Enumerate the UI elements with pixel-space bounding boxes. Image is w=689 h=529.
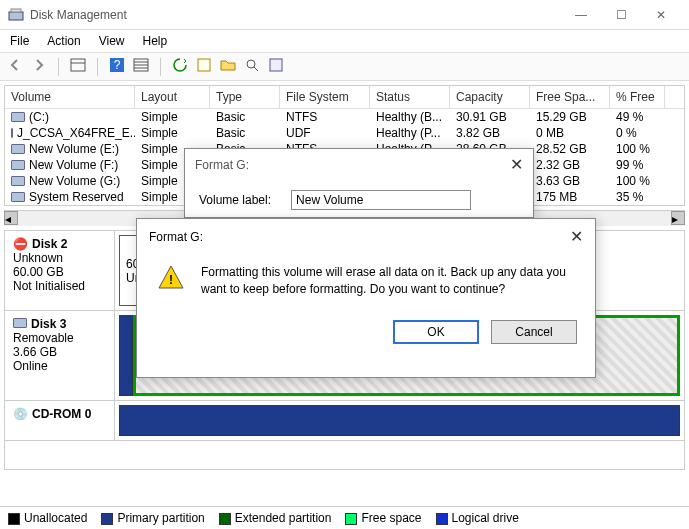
dialog-title: Format G: <box>149 230 203 244</box>
properties-icon[interactable] <box>195 56 213 77</box>
col-status[interactable]: Status <box>370 86 450 108</box>
partition-header[interactable] <box>119 315 133 396</box>
menu-file[interactable]: File <box>10 34 29 48</box>
ok-button[interactable]: OK <box>393 320 479 344</box>
svg-rect-1 <box>11 9 21 12</box>
disk-info: ⛔Disk 2 Unknown 60.00 GB Not Initialised <box>5 231 115 310</box>
disk-icon <box>13 317 27 331</box>
panel-icon[interactable] <box>69 56 87 77</box>
volume-label-text: Volume label: <box>199 193 271 207</box>
cd-icon: 💿 <box>13 407 28 421</box>
drive-icon <box>11 160 25 170</box>
partition[interactable] <box>119 405 680 436</box>
table-row[interactable]: J_CCSA_X64FRE_E...SimpleBasicUDFHealthy … <box>5 125 684 141</box>
scroll-left-icon[interactable]: ◂ <box>4 211 18 225</box>
dialog-message: Formatting this volume will erase all da… <box>201 264 575 298</box>
volume-label-input[interactable] <box>291 190 471 210</box>
col-type[interactable]: Type <box>210 86 280 108</box>
maximize-button[interactable]: ☐ <box>601 1 641 29</box>
help-icon[interactable]: ? <box>108 56 126 77</box>
close-icon[interactable]: ✕ <box>510 155 523 174</box>
error-icon: ⛔ <box>13 237 28 251</box>
drive-icon <box>11 128 13 138</box>
legend-logical: Logical drive <box>436 511 519 525</box>
scroll-right-icon[interactable]: ▸ <box>671 211 685 225</box>
svg-rect-10 <box>198 59 210 71</box>
task-icon[interactable] <box>267 56 285 77</box>
svg-text:!: ! <box>169 273 173 287</box>
refresh-icon[interactable] <box>171 56 189 77</box>
legend-unallocated: Unallocated <box>8 511 87 525</box>
legend: Unallocated Primary partition Extended p… <box>0 506 689 529</box>
col-layout[interactable]: Layout <box>135 86 210 108</box>
legend-extended: Extended partition <box>219 511 332 525</box>
list-icon[interactable] <box>132 56 150 77</box>
window-title: Disk Management <box>30 8 561 22</box>
close-button[interactable]: ✕ <box>641 1 681 29</box>
format-dialog: Format G: ✕ Volume label: <box>184 148 534 218</box>
col-volume[interactable]: Volume <box>5 86 135 108</box>
menu-action[interactable]: Action <box>47 34 80 48</box>
menu-bar: File Action View Help <box>0 30 689 53</box>
cancel-button[interactable]: Cancel <box>491 320 577 344</box>
confirm-dialog: Format G: ✕ ! Formatting this volume wil… <box>136 218 596 378</box>
disk-info: Disk 3 Removable 3.66 GB Online <box>5 311 115 400</box>
app-icon <box>8 7 24 23</box>
svg-text:?: ? <box>114 58 121 72</box>
drive-icon <box>11 192 25 202</box>
back-icon[interactable] <box>6 56 24 77</box>
col-capacity[interactable]: Capacity <box>450 86 530 108</box>
window-titlebar: Disk Management — ☐ ✕ <box>0 0 689 30</box>
warning-icon: ! <box>157 264 185 292</box>
drive-icon <box>11 144 25 154</box>
forward-icon[interactable] <box>30 56 48 77</box>
minimize-button[interactable]: — <box>561 1 601 29</box>
col-free[interactable]: Free Spa... <box>530 86 610 108</box>
legend-primary: Primary partition <box>101 511 204 525</box>
toolbar: ? <box>0 53 689 81</box>
search-icon[interactable] <box>243 56 261 77</box>
drive-icon <box>11 176 25 186</box>
table-row[interactable]: (C:)SimpleBasicNTFSHealthy (B...30.91 GB… <box>5 109 684 125</box>
open-icon[interactable] <box>219 56 237 77</box>
disk-row-cdrom[interactable]: 💿CD-ROM 0 <box>5 401 684 441</box>
close-icon[interactable]: ✕ <box>570 227 583 246</box>
col-pct[interactable]: % Free <box>610 86 665 108</box>
svg-rect-2 <box>71 59 85 71</box>
svg-rect-13 <box>270 59 282 71</box>
menu-help[interactable]: Help <box>143 34 168 48</box>
svg-rect-0 <box>9 12 23 20</box>
drive-icon <box>11 112 25 122</box>
svg-line-12 <box>254 67 258 71</box>
col-fs[interactable]: File System <box>280 86 370 108</box>
menu-view[interactable]: View <box>99 34 125 48</box>
disk-info: 💿CD-ROM 0 <box>5 401 115 440</box>
table-header: Volume Layout Type File System Status Ca… <box>5 86 684 109</box>
legend-free: Free space <box>345 511 421 525</box>
svg-point-11 <box>247 60 255 68</box>
dialog-title: Format G: <box>195 158 249 172</box>
